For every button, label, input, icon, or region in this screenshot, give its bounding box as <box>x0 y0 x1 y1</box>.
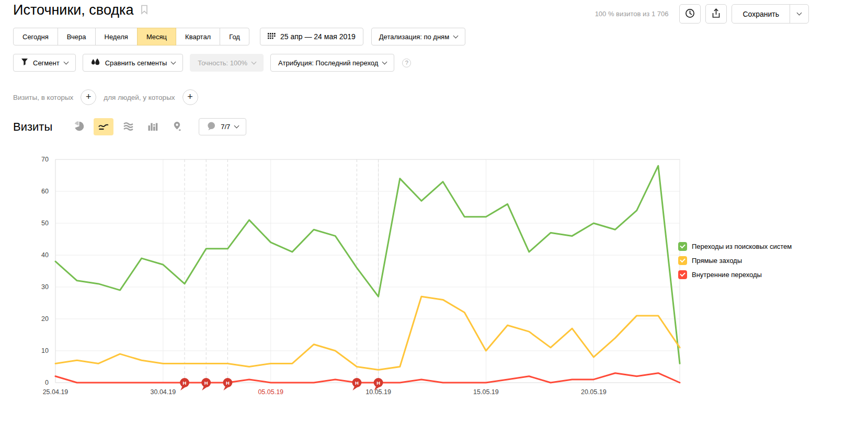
visits-condition-label: Визиты, в которых <box>13 94 73 101</box>
x-axis-label: 25.04.19 <box>43 388 68 396</box>
chevron-down-icon <box>63 59 68 64</box>
tab-year[interactable]: Год <box>220 28 249 45</box>
add-visit-condition-button[interactable]: + <box>81 89 96 105</box>
segment-label: Сегмент <box>33 59 60 67</box>
svg-text:20: 20 <box>41 315 49 323</box>
annotations-count: 7/7 <box>221 123 230 131</box>
chevron-down-icon <box>252 59 257 64</box>
legend-item-internal[interactable]: Внутренние переходы <box>678 270 792 279</box>
comment-bubble-icon <box>207 122 216 132</box>
compare-drops-icon <box>90 58 100 68</box>
export-button[interactable] <box>705 4 727 24</box>
svg-text:10: 10 <box>41 347 49 354</box>
tab-quarter[interactable]: Квартал <box>176 28 220 45</box>
x-axis-label: 30.04.19 <box>151 388 176 396</box>
people-condition-label: для людей, у которых <box>104 94 175 101</box>
tab-today[interactable]: Сегодня <box>13 28 58 45</box>
legend-label: Внутренние переходы <box>692 271 762 279</box>
map-pin-icon <box>173 121 182 133</box>
save-button[interactable]: Сохранить <box>732 4 809 24</box>
accuracy-dropdown[interactable]: Точность: 100% <box>190 54 264 72</box>
series-line-0 <box>55 166 680 363</box>
checkbox-checked-icon <box>678 270 687 279</box>
date-range-label: 25 апр — 24 мая 2019 <box>280 32 356 41</box>
legend-label: Переходы из поисковых систем <box>692 243 792 250</box>
svg-text:0: 0 <box>45 379 49 386</box>
x-axis-label: 10.05.19 <box>366 388 391 396</box>
chart-type-stacked-button[interactable] <box>118 118 138 135</box>
svg-text:70: 70 <box>41 156 49 163</box>
accuracy-label: Точность: 100% <box>198 59 247 67</box>
detail-dropdown[interactable]: Детализация: по дням <box>371 28 465 45</box>
chart-type-map-button[interactable] <box>167 118 187 135</box>
funnel-icon <box>21 58 28 67</box>
legend-label: Прямые заходы <box>692 257 742 264</box>
visits-line-chart: 01020304050607025.04.1930.04.1905.05.191… <box>29 149 688 405</box>
compare-segments-dropdown[interactable]: Сравнить сегменты <box>83 54 184 72</box>
holiday-marker-glyph: Н <box>226 380 230 386</box>
page-title: Источники, сводка <box>13 2 134 18</box>
page-title-row: Источники, сводка <box>13 2 148 18</box>
chevron-down-icon <box>382 59 387 64</box>
chevron-down-icon <box>797 10 802 16</box>
holiday-marker-glyph: Н <box>376 380 380 386</box>
help-icon[interactable]: ? <box>402 59 411 67</box>
attribution-dropdown[interactable]: Атрибуция: Последний переход <box>270 54 394 72</box>
tab-week[interactable]: Неделя <box>95 28 138 45</box>
x-axis-label: 05.05.19 <box>258 388 283 396</box>
x-axis-label: 20.05.19 <box>581 388 607 396</box>
chart-type-columns-button[interactable] <box>143 118 163 135</box>
chart-type-pie-button[interactable] <box>69 118 89 135</box>
chevron-down-icon <box>171 59 176 64</box>
legend-item-search-engines[interactable]: Переходы из поисковых систем <box>678 242 792 251</box>
annotations-dropdown[interactable]: 7/7 <box>199 118 246 135</box>
chart-type-switcher <box>69 118 187 135</box>
pie-chart-icon <box>74 121 85 133</box>
bookmark-icon[interactable] <box>141 5 148 16</box>
period-row: Сегодня Вчера Неделя Месяц Квартал Год 2… <box>13 28 465 45</box>
date-range-button[interactable]: 25 апр — 24 мая 2019 <box>260 28 363 45</box>
segment-builder-row: Визиты, в которых + для людей, у которых… <box>13 89 198 105</box>
line-chart-icon <box>98 122 109 132</box>
visits-summary: 100 % визитов из 1 706 <box>595 10 669 18</box>
checkbox-checked-icon <box>678 242 687 251</box>
svg-text:50: 50 <box>41 220 49 227</box>
metric-title: Визиты <box>13 120 52 134</box>
detail-label: Детализация: по дням <box>379 33 449 41</box>
metric-section-header: Визиты <box>13 118 246 135</box>
add-people-condition-button[interactable]: + <box>182 89 198 105</box>
chevron-down-icon <box>453 33 459 38</box>
tab-month[interactable]: Месяц <box>137 28 176 45</box>
series-line-1 <box>55 296 680 370</box>
svg-text:60: 60 <box>41 188 49 195</box>
x-axis-label: 15.05.19 <box>473 388 499 396</box>
period-tabs: Сегодня Вчера Неделя Месяц Квартал Год <box>13 28 249 45</box>
tab-yesterday[interactable]: Вчера <box>58 28 96 45</box>
history-button[interactable] <box>679 4 701 24</box>
legend-item-direct[interactable]: Прямые заходы <box>678 256 792 265</box>
calendar-grid-icon <box>268 33 276 41</box>
save-button-label: Сохранить <box>732 5 790 23</box>
holiday-marker-glyph: Н <box>183 380 187 386</box>
export-icon <box>711 8 721 20</box>
filters-row: Сегмент Сравнить сегменты Точность: 100%… <box>13 54 411 72</box>
svg-text:40: 40 <box>41 251 49 259</box>
svg-text:30: 30 <box>41 283 49 291</box>
bar-chart-icon <box>147 122 158 132</box>
checkbox-checked-icon <box>678 256 687 265</box>
compare-segments-label: Сравнить сегменты <box>105 59 167 67</box>
chart-type-line-button[interactable] <box>94 118 113 135</box>
attribution-label: Атрибуция: Последний переход <box>278 59 378 67</box>
header-actions: 100 % визитов из 1 706 Сохранить <box>595 4 809 24</box>
series-line-2 <box>55 373 680 383</box>
visits-chart-area: 01020304050607025.04.1930.04.1905.05.191… <box>29 149 688 405</box>
holiday-marker-glyph: Н <box>355 380 359 386</box>
segment-dropdown[interactable]: Сегмент <box>13 54 76 72</box>
clock-icon <box>684 8 695 20</box>
chevron-down-icon <box>234 123 239 129</box>
save-dropdown-toggle[interactable] <box>790 5 808 23</box>
stacked-area-icon <box>123 122 134 132</box>
chart-legend: Переходы из поисковых систем Прямые захо… <box>678 242 792 279</box>
holiday-marker-glyph: Н <box>204 380 208 386</box>
